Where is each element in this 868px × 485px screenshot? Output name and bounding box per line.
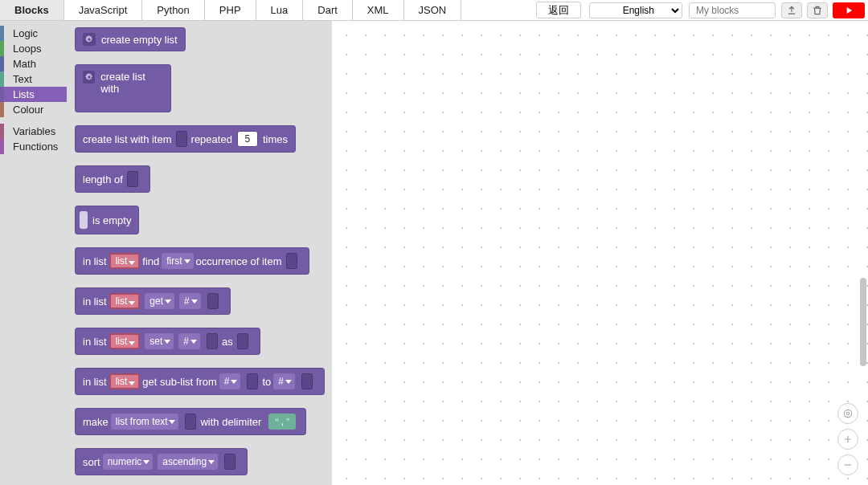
- block-list-get[interactable]: in list list get #: [75, 287, 231, 315]
- category-variables[interactable]: Variables: [0, 124, 67, 139]
- index-dropdown[interactable]: #: [178, 333, 200, 349]
- block-length-of[interactable]: length of: [75, 165, 150, 193]
- block-label: times: [263, 133, 288, 145]
- block-sublist[interactable]: in list list get sub-list from # to #: [75, 368, 325, 395]
- my-blocks-input[interactable]: [689, 2, 776, 18]
- repeat-count-input[interactable]: 5: [237, 131, 258, 147]
- svg-point-0: [846, 412, 850, 415]
- category-lists[interactable]: Lists: [0, 87, 67, 102]
- minus-icon: [842, 459, 854, 471]
- block-label: in list: [83, 336, 107, 348]
- block-sort[interactable]: sort numeric ascending: [75, 448, 248, 475]
- input-slot[interactable]: [301, 373, 313, 389]
- block-repeat-item[interactable]: create list with item repeated 5 times: [75, 125, 296, 153]
- set-dropdown[interactable]: set: [145, 333, 174, 349]
- delete-button[interactable]: [807, 2, 828, 18]
- tab-dart[interactable]: Dart: [303, 0, 353, 20]
- zoom-in-button[interactable]: [837, 429, 858, 450]
- input-slot[interactable]: [207, 293, 219, 309]
- category-label: Math: [5, 58, 36, 70]
- input-slot[interactable]: [286, 253, 297, 269]
- from-dropdown[interactable]: #: [219, 373, 241, 389]
- category-color-bar: [0, 71, 4, 87]
- block-create-list-with[interactable]: create list with: [75, 64, 171, 112]
- category-color-bar: [0, 41, 4, 56]
- first-dropdown[interactable]: first: [162, 253, 193, 269]
- plus-icon: [842, 434, 854, 445]
- input-slot[interactable]: [176, 131, 187, 147]
- category-color-bar: [0, 124, 4, 139]
- category-logic[interactable]: Logic: [0, 26, 67, 41]
- block-label: create empty list: [101, 34, 178, 46]
- svg-point-1: [844, 410, 851, 417]
- blocks-flyout: create empty list create list with creat…: [67, 21, 332, 485]
- tab-python[interactable]: Python: [142, 0, 204, 20]
- category-label: Logic: [5, 27, 38, 39]
- block-label: occurrence of item: [196, 255, 282, 267]
- workspace-canvas[interactable]: [332, 21, 868, 485]
- category-loops[interactable]: Loops: [0, 41, 67, 56]
- play-icon: [843, 5, 854, 16]
- gear-icon[interactable]: [83, 71, 95, 84]
- block-make-from-text[interactable]: make list from text with delimiter “,”: [75, 408, 306, 435]
- vertical-scrollbar[interactable]: [860, 278, 866, 366]
- category-color-bar: [0, 102, 4, 117]
- category-color-bar: [0, 139, 4, 154]
- category-sidebar: LogicLoopsMathTextListsColourVariablesFu…: [0, 21, 67, 485]
- upload-button[interactable]: [781, 2, 802, 18]
- top-tabbar: BlocksJavaScriptPythonPHPLuaDartXMLJSON …: [0, 0, 868, 21]
- input-slot[interactable]: [207, 333, 218, 349]
- list-var-dropdown[interactable]: list: [109, 373, 141, 389]
- block-label: is empty: [92, 214, 131, 226]
- input-slot[interactable]: [247, 373, 258, 389]
- tab-lua[interactable]: Lua: [256, 0, 304, 20]
- category-label: Functions: [5, 141, 58, 153]
- input-slot[interactable]: [185, 414, 196, 430]
- block-label: length of: [83, 173, 123, 185]
- input-slot[interactable]: [224, 454, 235, 470]
- block-find-occurrence[interactable]: in list list find first occurrence of it…: [75, 247, 309, 275]
- workspace-controls: [837, 403, 858, 475]
- delimiter-input[interactable]: “,”: [268, 414, 296, 430]
- block-create-empty-list[interactable]: create empty list: [75, 27, 186, 51]
- sort-type-dropdown[interactable]: numeric: [103, 454, 154, 470]
- tab-php[interactable]: PHP: [205, 0, 256, 20]
- back-button[interactable]: 返回: [536, 2, 581, 18]
- block-label: in list: [83, 376, 107, 388]
- category-label: Text: [5, 73, 32, 85]
- list-from-text-dropdown[interactable]: list from text: [111, 414, 179, 430]
- index-dropdown[interactable]: #: [179, 293, 201, 309]
- block-list-set[interactable]: in list list set # as: [75, 328, 260, 355]
- tab-xml[interactable]: XML: [353, 0, 404, 20]
- language-select[interactable]: English: [589, 2, 682, 18]
- sort-order-dropdown[interactable]: ascending: [158, 454, 218, 470]
- list-var-dropdown[interactable]: list: [109, 333, 141, 349]
- block-is-empty[interactable]: is empty: [75, 206, 139, 234]
- gear-icon[interactable]: [83, 33, 96, 46]
- input-slot[interactable]: [80, 211, 88, 229]
- block-label: in list: [83, 295, 107, 308]
- block-label: repeated: [191, 133, 232, 145]
- list-var-dropdown[interactable]: list: [109, 293, 141, 309]
- tab-json[interactable]: JSON: [404, 0, 462, 20]
- upload-icon: [786, 5, 797, 16]
- block-label: sort: [83, 456, 100, 468]
- input-slot[interactable]: [237, 333, 248, 349]
- category-colour[interactable]: Colour: [0, 102, 67, 117]
- block-label: get sub-list from: [142, 376, 216, 388]
- category-functions[interactable]: Functions: [0, 139, 67, 154]
- tab-javascript[interactable]: JavaScript: [64, 0, 143, 20]
- category-text[interactable]: Text: [0, 71, 67, 87]
- input-slot[interactable]: [127, 171, 138, 187]
- youtube-button[interactable]: [833, 2, 865, 18]
- list-var-dropdown[interactable]: list: [109, 253, 141, 269]
- tab-blocks[interactable]: Blocks: [0, 0, 64, 20]
- get-dropdown[interactable]: get: [145, 293, 174, 309]
- to-dropdown[interactable]: #: [273, 373, 295, 389]
- category-math[interactable]: Math: [0, 56, 67, 71]
- category-label: Colour: [5, 104, 43, 116]
- block-label: with delimiter: [200, 416, 261, 428]
- center-button[interactable]: [837, 403, 858, 424]
- zoom-out-button[interactable]: [837, 454, 858, 475]
- category-color-bar: [0, 56, 4, 71]
